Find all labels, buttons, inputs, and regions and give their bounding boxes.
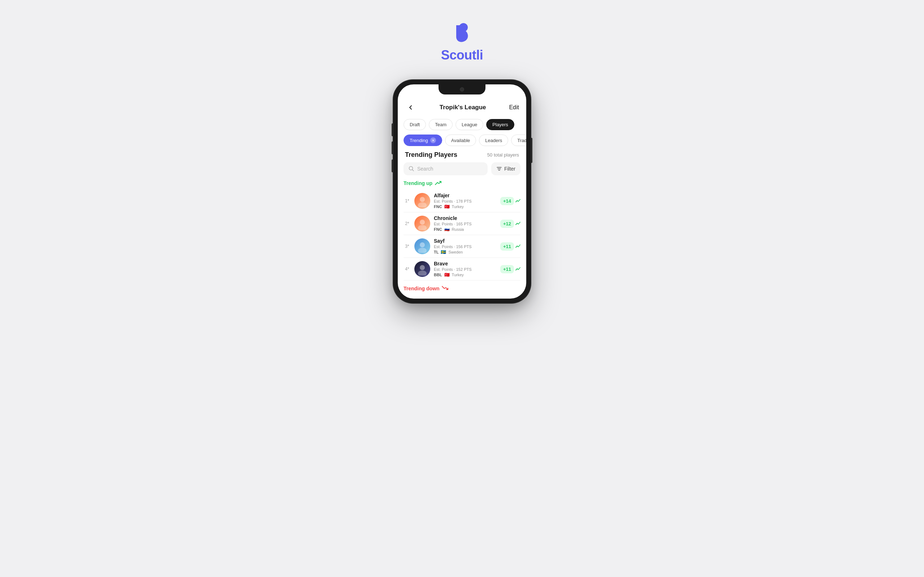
player-meta: FNC 🇹🇷 Turkey — [434, 204, 497, 209]
svg-point-8 — [420, 265, 425, 270]
player-name: Chronicle — [434, 215, 497, 221]
player-info: Chronicle Est. Points · 165 PTS FNC 🇷🇺 R… — [434, 215, 497, 232]
search-row: Search Filter — [398, 162, 526, 180]
player-row[interactable]: 3* Sayf Est. Points · 156 PTS TL — [404, 235, 520, 258]
tab-players[interactable]: Players — [486, 119, 514, 130]
player-rank: 3* — [404, 244, 411, 249]
player-rank: 4* — [404, 266, 411, 272]
trending-up-section: Trending up 1* — [398, 180, 526, 280]
svg-point-6 — [420, 242, 425, 247]
filter-chips: Trending ✕ Available Leaders Trade — [398, 134, 526, 151]
player-avatar — [414, 261, 430, 277]
chip-leaders[interactable]: Leaders — [479, 134, 508, 146]
chip-close-icon[interactable]: ✕ — [430, 137, 436, 143]
brand-section: Scoutli — [441, 22, 483, 63]
search-icon — [409, 166, 414, 172]
flag-icon: 🇷🇺 — [444, 227, 450, 232]
chip-available[interactable]: Available — [445, 134, 477, 146]
brand-name: Scoutli — [441, 48, 483, 63]
chip-trade[interactable]: Trade — [511, 134, 526, 146]
player-score: +11 — [500, 265, 520, 273]
player-meta: FNC 🇷🇺 Russia — [434, 227, 497, 232]
section-title: Trending Players — [405, 151, 457, 159]
player-rank: 2* — [404, 221, 411, 226]
player-info: Brave Est. Points · 152 PTS BBL 🇹🇷 Turke… — [434, 261, 497, 277]
tab-draft[interactable]: Draft — [404, 119, 426, 130]
app-header: Tropik's League Edit — [398, 97, 526, 116]
camera-icon — [460, 87, 464, 92]
page-title: Tropik's League — [439, 104, 486, 111]
player-meta: TL 🇸🇪 Sweden — [434, 250, 497, 255]
filter-button[interactable]: Filter — [491, 162, 520, 175]
player-row[interactable]: 1* Alfajer Est. Points · 178 PTS — [404, 190, 520, 213]
svg-point-2 — [420, 197, 425, 202]
svg-point-0 — [459, 23, 468, 32]
tabs-row: Draft Team League Players — [398, 116, 526, 134]
svg-point-5 — [418, 225, 426, 230]
player-pts: Est. Points · 152 PTS — [434, 267, 497, 272]
player-row[interactable]: 2* Chronicle Est. Points · 165 PTS — [404, 213, 520, 235]
back-button[interactable] — [405, 102, 417, 113]
player-info: Alfajer Est. Points · 178 PTS FNC 🇹🇷 Tur… — [434, 193, 497, 209]
svg-point-7 — [418, 248, 426, 253]
edit-button[interactable]: Edit — [509, 104, 519, 111]
svg-point-3 — [418, 202, 426, 207]
player-avatar — [414, 193, 430, 209]
trending-down-label: Trending down — [404, 285, 439, 292]
trending-down-section: Trending down — [398, 280, 526, 298]
tab-league[interactable]: League — [456, 119, 483, 130]
player-row[interactable]: 4* Brave Est. Points · 152 PTS B — [404, 258, 520, 280]
player-pts: Est. Points · 156 PTS — [434, 245, 497, 249]
player-score: +12 — [500, 220, 520, 228]
svg-point-9 — [418, 271, 426, 276]
player-avatar — [414, 216, 430, 232]
search-placeholder: Search — [417, 166, 433, 172]
player-score: +14 — [500, 197, 520, 205]
player-rank: 1* — [404, 198, 411, 203]
svg-point-4 — [420, 220, 425, 225]
search-box[interactable]: Search — [404, 162, 488, 175]
trending-down-icon — [442, 285, 450, 292]
flag-icon: 🇹🇷 — [444, 204, 450, 209]
trending-up-label: Trending up — [404, 180, 520, 186]
score-up-icon — [515, 199, 520, 203]
section-count: 50 total players — [487, 152, 519, 158]
tab-team[interactable]: Team — [429, 119, 452, 130]
score-up-icon — [515, 221, 520, 226]
score-up-icon — [515, 267, 520, 271]
filter-icon — [496, 166, 502, 172]
flag-icon: 🇹🇷 — [444, 272, 450, 277]
flag-icon: 🇸🇪 — [441, 250, 446, 255]
phone-screen: Tropik's League Edit Draft Team League P… — [398, 84, 526, 298]
player-name: Alfajer — [434, 193, 497, 198]
player-meta: BBL 🇹🇷 Turkey — [434, 272, 497, 277]
player-info: Sayf Est. Points · 156 PTS TL 🇸🇪 Sweden — [434, 238, 497, 255]
section-header: Trending Players 50 total players — [398, 151, 526, 162]
brand-logo-icon — [451, 22, 473, 43]
phone-notch — [439, 84, 485, 95]
player-pts: Est. Points · 178 PTS — [434, 199, 497, 203]
chip-trending[interactable]: Trending ✕ — [404, 134, 442, 146]
phone-device: Tropik's League Edit Draft Team League P… — [393, 80, 531, 303]
player-avatar — [414, 239, 430, 254]
trending-up-icon — [435, 180, 442, 186]
player-score: +11 — [500, 242, 520, 251]
app-content: Tropik's League Edit Draft Team League P… — [398, 84, 526, 298]
player-name: Brave — [434, 261, 497, 266]
player-pts: Est. Points · 165 PTS — [434, 222, 497, 226]
player-name: Sayf — [434, 238, 497, 244]
score-up-icon — [515, 244, 520, 248]
